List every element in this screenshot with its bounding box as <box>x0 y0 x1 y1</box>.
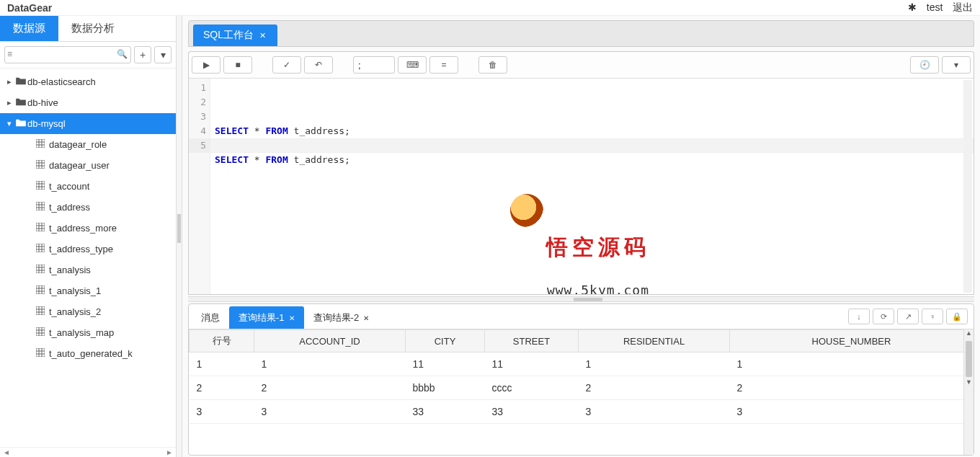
svg-rect-25 <box>36 244 45 252</box>
database-tree: ▸ db-elasticsearch ▸ db-hive ▾ db-mysql … <box>0 68 176 447</box>
delimiter-input[interactable] <box>353 56 395 74</box>
refresh-button[interactable]: ⟳ <box>873 309 894 324</box>
table-label: t_analysis <box>49 265 91 275</box>
download-button[interactable]: ↓ <box>848 309 870 324</box>
table-node[interactable]: datagear_role <box>0 134 176 155</box>
topbar-right: ✱ test 退出 <box>901 1 973 14</box>
table-label: t_address_type <box>49 244 113 254</box>
table-icon <box>36 139 49 150</box>
table-icon <box>36 327 49 338</box>
table-icon <box>36 181 49 192</box>
add-button[interactable]: + <box>134 46 151 63</box>
cell: 1 <box>730 352 974 376</box>
table-node[interactable]: t_analysis <box>0 259 176 280</box>
cell: 33 <box>485 400 579 424</box>
more-button[interactable]: ▾ <box>154 46 172 63</box>
table-icon <box>36 223 49 234</box>
tab-messages[interactable]: 消息 <box>192 306 229 329</box>
table-node[interactable]: t_address <box>0 197 176 218</box>
svg-rect-15 <box>36 202 45 210</box>
column-header[interactable]: 行号 <box>190 330 254 352</box>
monkey-icon <box>510 194 543 227</box>
caret-icon: ▸ <box>4 77 14 86</box>
db-node-hive[interactable]: ▸ db-hive <box>0 92 176 113</box>
workspace-tabs: SQL工作台 ✕ <box>188 20 974 47</box>
cell: 1 <box>254 352 406 376</box>
close-icon[interactable]: ✕ <box>289 314 295 322</box>
history-button[interactable]: 🕘 <box>910 56 939 74</box>
table-icon <box>36 348 49 359</box>
close-icon[interactable]: ✕ <box>259 31 266 40</box>
rollback-button[interactable]: ↶ <box>304 56 333 74</box>
svg-rect-0 <box>36 139 45 148</box>
table-node[interactable]: t_auto_generated_k <box>0 343 176 364</box>
table-node[interactable]: t_analysis_map <box>0 322 176 343</box>
expand-button[interactable]: ↗ <box>897 309 919 324</box>
commit-button[interactable]: ✓ <box>272 56 301 74</box>
table-node[interactable]: t_address_type <box>0 239 176 259</box>
menu-icon[interactable]: ≡ <box>7 49 12 59</box>
horizontal-splitter[interactable] <box>188 296 974 302</box>
editor-toolbar: ▶ ■ ✓ ↶ ⌨ = 🗑 🕘 ▾ <box>188 51 974 79</box>
svg-rect-20 <box>36 223 45 231</box>
vertical-splitter[interactable] <box>177 16 182 457</box>
result-tabs: 消息 查询结果-1 ✕ 查询结果-2 ✕ ↓ ⟳ ↗ ♀ 🔒 <box>189 304 974 329</box>
db-node-mysql[interactable]: ▾ db-mysql <box>0 113 176 134</box>
run-button[interactable]: ▶ <box>192 56 220 74</box>
dropdown-button[interactable]: ▾ <box>942 56 971 74</box>
app-title: DataGear <box>7 2 52 14</box>
equals-button[interactable]: = <box>429 56 458 74</box>
keyboard-button[interactable]: ⌨ <box>398 56 427 74</box>
tab-sql-workspace[interactable]: SQL工作台 ✕ <box>193 25 277 46</box>
code-area[interactable]: SELECT * FROM t_address; SELECT * FROM t… <box>210 79 974 294</box>
cell: 2 <box>254 376 406 400</box>
svg-rect-40 <box>36 306 45 315</box>
close-icon[interactable]: ✕ <box>363 314 369 322</box>
cell: 1 <box>579 352 730 376</box>
column-header[interactable]: RESIDENTIAL <box>579 330 730 352</box>
table-node[interactable]: t_account <box>0 176 176 197</box>
folder-icon <box>14 76 27 87</box>
tab-analysis[interactable]: 数据分析 <box>58 16 128 41</box>
logout-link[interactable]: 退出 <box>953 1 973 13</box>
cell: 33 <box>406 400 485 424</box>
table-row[interactable]: 33333333 <box>190 400 974 424</box>
stop-button[interactable]: ■ <box>223 56 252 74</box>
column-header[interactable]: ACCOUNT_ID <box>254 330 406 352</box>
table-node[interactable]: t_analysis_1 <box>0 280 176 301</box>
gear-icon[interactable]: ✱ <box>908 1 917 13</box>
user-label[interactable]: test <box>927 1 943 13</box>
table-icon <box>36 202 49 213</box>
column-header[interactable]: STREET <box>485 330 579 352</box>
tab-label: SQL工作台 <box>203 29 254 42</box>
table-icon <box>36 306 49 317</box>
column-header[interactable]: HOUSE_NUMBER <box>730 330 974 352</box>
table-row[interactable]: 22bbbbcccc22 <box>190 376 974 400</box>
search-input[interactable] <box>4 46 131 63</box>
lock-button[interactable]: 🔒 <box>946 309 968 324</box>
table-node[interactable]: datagear_user <box>0 155 176 176</box>
table-vscroll[interactable]: ▲▼ <box>963 329 974 455</box>
result-table: 行号ACCOUNT_IDCITYSTREETRESIDENTIALHOUSE_N… <box>189 329 974 424</box>
cell: 2 <box>730 376 974 400</box>
table-node[interactable]: t_address_more <box>0 218 176 239</box>
column-header[interactable]: CITY <box>406 330 485 352</box>
tab-result-2[interactable]: 查询结果-2 ✕ <box>304 306 379 329</box>
hint-button[interactable]: ♀ <box>922 309 943 324</box>
sql-editor[interactable]: 12345 SELECT * FROM t_address; SELECT * … <box>188 79 974 295</box>
table-node[interactable]: t_analysis_2 <box>0 301 176 322</box>
table-icon <box>36 160 49 171</box>
db-label: db-hive <box>27 97 58 108</box>
watermark-text: 悟空源码 <box>546 240 650 254</box>
delete-button[interactable]: 🗑 <box>478 56 507 74</box>
tab-datasource[interactable]: 数据源 <box>0 16 58 41</box>
table-label: t_address_more <box>49 223 117 234</box>
tab-result-1[interactable]: 查询结果-1 ✕ <box>229 306 304 329</box>
svg-rect-5 <box>36 160 45 169</box>
topbar: DataGear ✱ test 退出 <box>0 0 980 16</box>
db-node-elasticsearch[interactable]: ▸ db-elasticsearch <box>0 71 176 92</box>
sidebar-hscroll[interactable]: ◄► <box>0 447 176 457</box>
search-icon[interactable]: 🔍 <box>117 49 128 59</box>
table-row[interactable]: 11111111 <box>190 352 974 376</box>
table-label: t_address <box>49 202 90 213</box>
